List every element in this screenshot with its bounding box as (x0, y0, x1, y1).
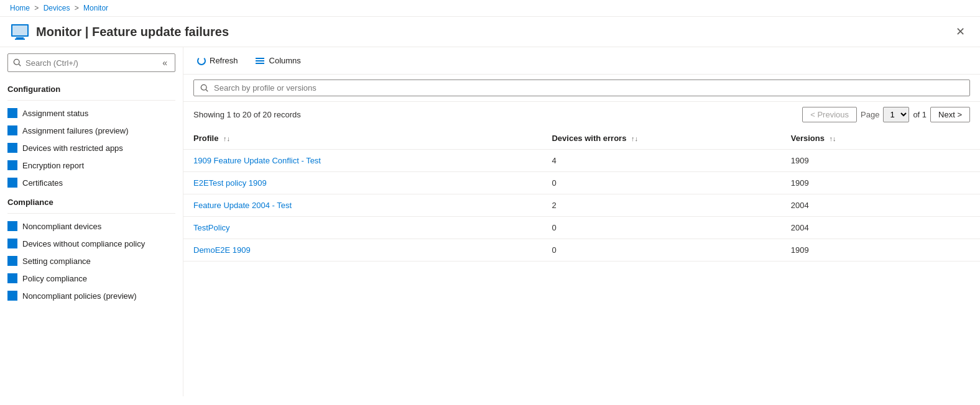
monitor-icon (10, 22, 30, 42)
section-configuration: Configuration Assignment status Assignme… (0, 78, 183, 191)
nav-icon (7, 291, 17, 301)
breadcrumb-devices[interactable]: Devices (44, 4, 70, 12)
data-table: Profile ↑↓ Devices with errors ↑↓ Versio… (183, 127, 980, 262)
nav-label: Noncompliant devices (22, 222, 101, 231)
breadcrumb-monitor[interactable]: Monitor (83, 4, 108, 12)
profile-link[interactable]: E2ETest policy 1909 (193, 178, 267, 188)
filter-search-icon (200, 84, 209, 93)
profile-link[interactable]: TestPolicy (193, 223, 230, 232)
svg-rect-3 (15, 39, 25, 40)
nav-icon (7, 143, 17, 153)
nav-label: Devices without compliance policy (22, 239, 145, 248)
cell-versions: 1909 (781, 239, 980, 262)
breadcrumb: Home > Devices > Monitor (10, 4, 108, 12)
cell-devices-with-errors: 0 (542, 217, 780, 239)
cell-versions: 1909 (781, 150, 980, 172)
nav-icon (7, 273, 17, 283)
table-row: TestPolicy02004 (183, 217, 980, 239)
refresh-icon (197, 57, 206, 65)
collapse-button[interactable]: « (160, 57, 170, 69)
profile-link[interactable]: Feature Update 2004 - Test (193, 201, 292, 210)
of-label: of 1 (913, 110, 927, 119)
nav-icon (7, 125, 17, 135)
nav-label: Noncompliant policies (preview) (22, 291, 137, 301)
cell-versions: 1909 (781, 172, 980, 194)
cell-profile[interactable]: DemoE2E 1909 (183, 239, 542, 262)
cell-devices-with-errors: 4 (542, 150, 780, 172)
sidebar-item-assignment-failures[interactable]: Assignment failures (preview) (0, 122, 183, 139)
cell-versions: 2004 (781, 217, 980, 239)
cell-devices-with-errors: 0 (542, 239, 780, 262)
nav-label: Encryption report (22, 161, 84, 170)
svg-point-6 (201, 84, 206, 90)
cell-profile[interactable]: TestPolicy (183, 217, 542, 239)
main-layout: « Configuration Assignment status Assign… (0, 47, 980, 396)
profile-link[interactable]: DemoE2E 1909 (193, 245, 251, 255)
table-row: 1909 Feature Update Conflict - Test41909 (183, 150, 980, 172)
table-row: DemoE2E 190901909 (183, 239, 980, 262)
cell-versions: 2004 (781, 194, 980, 217)
columns-button[interactable]: Columns (252, 53, 305, 68)
nav-label: Policy compliance (22, 274, 87, 283)
sort-icon-devices: ↑↓ (631, 135, 638, 142)
table-header: Profile ↑↓ Devices with errors ↑↓ Versio… (183, 127, 980, 150)
filter-search-input[interactable] (214, 83, 963, 93)
cell-devices-with-errors: 0 (542, 172, 780, 194)
table-header-row: Profile ↑↓ Devices with errors ↑↓ Versio… (183, 127, 980, 150)
table-row: Feature Update 2004 - Test22004 (183, 194, 980, 217)
nav-label: Setting compliance (22, 257, 91, 266)
records-info-bar: Showing 1 to 20 of 20 records < Previous… (183, 102, 980, 127)
close-button[interactable]: ✕ (951, 22, 970, 41)
section-compliance: Compliance Noncompliant devices Devices … (0, 191, 183, 304)
column-profile[interactable]: Profile ↑↓ (183, 127, 542, 150)
table-row: E2ETest policy 190901909 (183, 172, 980, 194)
content-area: Refresh Columns Sho (183, 47, 980, 396)
next-button[interactable]: Next > (930, 107, 970, 122)
cell-profile[interactable]: 1909 Feature Update Conflict - Test (183, 150, 542, 172)
nav-label: Devices with restricted apps (22, 143, 123, 153)
column-devices-with-errors[interactable]: Devices with errors ↑↓ (542, 127, 780, 150)
cell-profile[interactable]: E2ETest policy 1909 (183, 172, 542, 194)
sidebar-search-container[interactable]: « (7, 53, 175, 72)
sidebar-item-encryption-report[interactable]: Encryption report (0, 157, 183, 174)
sidebar-item-setting-compliance[interactable]: Setting compliance (0, 252, 183, 270)
nav-icon (7, 239, 17, 248)
sidebar-search-input[interactable] (25, 58, 156, 68)
columns-icon (256, 58, 264, 64)
sidebar-item-restricted-apps[interactable]: Devices with restricted apps (0, 139, 183, 157)
sidebar-item-policy-compliance[interactable]: Policy compliance (0, 270, 183, 287)
svg-point-4 (14, 59, 19, 65)
nav-icon (7, 221, 17, 231)
nav-icon (7, 108, 17, 118)
search-icon (13, 58, 22, 67)
sort-icon-versions: ↑↓ (830, 135, 836, 142)
svg-line-7 (206, 89, 208, 91)
sidebar-item-assignment-status[interactable]: Assignment status (0, 104, 183, 122)
nav-icon (7, 256, 17, 266)
page-select[interactable]: 1 (883, 107, 909, 122)
section-compliance-header: Compliance (0, 191, 183, 209)
sidebar: « Configuration Assignment status Assign… (0, 47, 183, 396)
cell-profile[interactable]: Feature Update 2004 - Test (183, 194, 542, 217)
sidebar-item-noncompliant-policies[interactable]: Noncompliant policies (preview) (0, 287, 183, 304)
filter-bar (183, 75, 980, 102)
svg-line-5 (19, 64, 21, 66)
filter-search-container[interactable] (193, 80, 970, 96)
nav-label: Assignment failures (preview) (22, 126, 129, 135)
nav-icon (7, 178, 17, 188)
refresh-button[interactable]: Refresh (193, 53, 242, 68)
sidebar-item-devices-without-policy[interactable]: Devices without compliance policy (0, 235, 183, 252)
records-count: Showing 1 to 20 of 20 records (193, 110, 301, 119)
column-versions[interactable]: Versions ↑↓ (781, 127, 980, 150)
cell-devices-with-errors: 2 (542, 194, 780, 217)
previous-button[interactable]: < Previous (802, 107, 857, 122)
nav-label: Certificates (22, 178, 63, 188)
nav-icon (7, 160, 17, 170)
sidebar-item-certificates[interactable]: Certificates (0, 174, 183, 191)
profile-link[interactable]: 1909 Feature Update Conflict - Test (193, 156, 321, 165)
page-label: Page (861, 110, 879, 119)
breadcrumb-home[interactable]: Home (10, 4, 30, 12)
sidebar-item-noncompliant-devices[interactable]: Noncompliant devices (0, 217, 183, 235)
nav-label: Assignment status (22, 109, 88, 118)
table-body: 1909 Feature Update Conflict - Test41909… (183, 150, 980, 262)
